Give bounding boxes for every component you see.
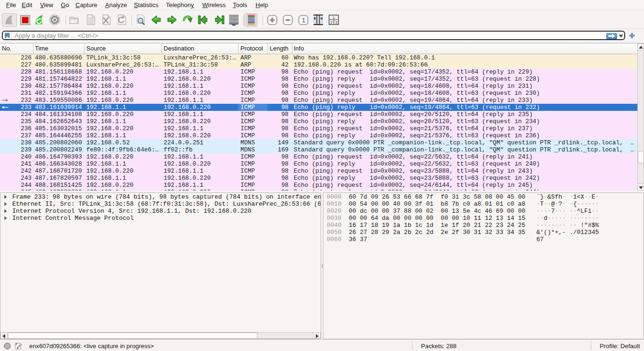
svg-text:1: 1 <box>302 16 305 24</box>
svg-text:3: 3 <box>335 20 338 25</box>
svg-text:0011: 0011 <box>88 22 94 25</box>
svg-text:2: 2 <box>330 20 333 25</box>
svg-text:1: 1 <box>333 16 335 20</box>
